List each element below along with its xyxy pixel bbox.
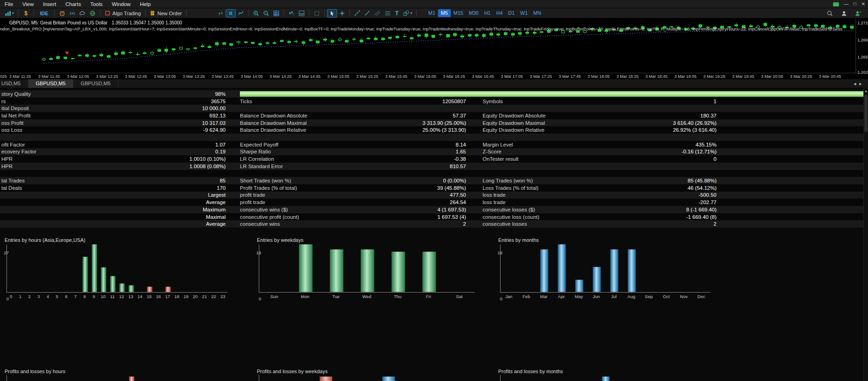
timeframe-m5[interactable]: M5: [438, 9, 450, 17]
horizontal-lines-button[interactable]: [383, 9, 393, 18]
menu-tools[interactable]: Tools: [86, 0, 107, 8]
menu-window[interactable]: Window: [107, 0, 135, 8]
indicator-window-button[interactable]: [297, 9, 307, 18]
tick-chart-button[interactable]: [236, 9, 246, 18]
toolbar: ▾ $ IDE Algo Trading New Order: [0, 8, 868, 18]
report-scrollbar[interactable]: ▲: [863, 88, 868, 381]
new-order-icon: [150, 10, 156, 16]
stat-label: Short Trades (won %): [240, 178, 291, 183]
timeframe-h1[interactable]: H1: [481, 9, 493, 17]
report-cell: Expected Payoff8.14: [240, 141, 466, 148]
divider: [100, 10, 100, 17]
menu-file[interactable]: File: [0, 0, 18, 8]
menu-insert[interactable]: Insert: [38, 0, 61, 8]
time-label: 3 Mar 14:45: [298, 74, 320, 79]
crosshair-button[interactable]: [337, 9, 347, 18]
stat-value: 8 (-1 669.40): [686, 207, 717, 212]
stat-value: -1 669.40 (8): [686, 214, 717, 220]
chart-tabs-bar: USD,M5GBPUSD,M5GBPUSD,M5 ◂ ▸: [0, 79, 868, 88]
divider: [416, 10, 417, 17]
stat-value: -500.50: [699, 192, 717, 198]
profits-losses-by-months-chart: Profits and losses by months 3000: [497, 369, 728, 381]
menu-charts[interactable]: Charts: [61, 0, 86, 8]
tab-next-button[interactable]: ▸: [859, 80, 862, 88]
stat-label: ecovery Factor: [1, 149, 36, 154]
report-row: tal Trades85Short Trades (won %)0 (0.00%…: [0, 177, 863, 184]
new-order-button[interactable]: New Order: [148, 9, 184, 18]
x-tick-label: 7: [71, 294, 80, 299]
search-button[interactable]: [825, 9, 835, 18]
grid-button[interactable]: [271, 9, 281, 18]
report-cell: HPR1.0010 (0.10%): [1, 155, 226, 163]
account-button[interactable]: [839, 9, 849, 18]
trendline-icon: [364, 10, 371, 17]
trade-arrows-button[interactable]: [216, 9, 226, 18]
timeframe-m15[interactable]: M15: [451, 9, 466, 17]
alerts-button[interactable]: [57, 9, 67, 18]
text-tool-button[interactable]: T: [393, 9, 401, 18]
partial-bar: [382, 376, 395, 381]
select-region-button[interactable]: [312, 9, 322, 18]
timeframe-mn[interactable]: MN: [530, 9, 544, 17]
stat-label: consecutive wins: [240, 221, 280, 227]
tab-prev-button[interactable]: ◂: [854, 80, 856, 88]
minimize-button[interactable]: —: [844, 0, 849, 8]
stat-label: LR Standard Error: [240, 164, 283, 169]
time-label: 3 Mar 13:25: [183, 74, 205, 79]
signals-button[interactable]: [67, 9, 77, 18]
stat-label: consecutive wins ($): [240, 207, 288, 212]
stat-label: ofit Factor: [1, 142, 25, 147]
report-cell: [240, 90, 466, 98]
new-chart-dropdown[interactable]: ▾: [3, 9, 16, 18]
chart-title: GBPUSD, M5: Great Britain Pound vs US Do…: [9, 20, 182, 25]
channel-button[interactable]: [373, 9, 383, 18]
maximize-button[interactable]: □: [854, 0, 856, 8]
bar-Jul: [610, 249, 618, 292]
trendline-points-button[interactable]: [352, 9, 362, 18]
divider: [324, 10, 325, 17]
shapes-dropdown[interactable]: ▾: [401, 9, 414, 18]
stat-label: Balance Drawdown Relative: [240, 127, 306, 133]
timeframe-m30[interactable]: M30: [466, 9, 481, 17]
menu-help[interactable]: Help: [135, 0, 156, 8]
zoom-out-button[interactable]: [261, 9, 271, 18]
menu-view[interactable]: View: [18, 0, 39, 8]
stat-value: 25.00% (3 313.90): [422, 127, 466, 133]
timeframe-w1[interactable]: W1: [518, 9, 531, 17]
report-row: Largestprofit trade477.50loss trade-500.…: [0, 192, 863, 199]
stat-label: Z-Score: [483, 149, 501, 154]
report-cell: Loss Trades (% of total)46 (54.12%): [483, 184, 717, 192]
time-axis[interactable]: 0253 Mar 11:253 Mar 11:453 Mar 12:053 Ma…: [0, 73, 868, 79]
community-user-button[interactable]: [853, 9, 863, 18]
ide-button[interactable]: IDE: [36, 9, 52, 18]
x-tick-label: Jul: [605, 294, 623, 299]
chart-title: Profits and losses by hours: [5, 369, 65, 374]
close-button[interactable]: ✕: [862, 0, 865, 8]
chart-title: Profits and losses by weekdays: [257, 369, 327, 374]
stat-label: itial Deposit: [1, 106, 29, 111]
report-row: Maximumconsecutive wins ($)4 (1 697.53)c…: [0, 206, 863, 213]
zoom-in-button[interactable]: [251, 9, 261, 18]
scroll-up-arrow[interactable]: ▲: [864, 89, 868, 93]
tab-3[interactable]: GBPUSD,M5: [73, 79, 118, 88]
market-watch-button[interactable]: $: [21, 9, 31, 18]
report-cell: tal Deals170: [1, 184, 226, 192]
indicators-button[interactable]: [286, 9, 297, 18]
timeframe-d1[interactable]: D1: [506, 9, 518, 17]
stat-value: 85 (45.88%): [687, 178, 717, 183]
report-cell: consecutive wins2: [240, 220, 466, 228]
trendline-button[interactable]: [362, 9, 373, 18]
pause-button[interactable]: [226, 9, 236, 18]
scrollbar-thumb[interactable]: [864, 95, 868, 132]
community-button[interactable]: [87, 9, 98, 18]
tab-2[interactable]: GBPUSD,M5: [29, 79, 74, 88]
price-scale[interactable]: 1.272601.269251.265901.26255: [856, 18, 868, 73]
timeframe-m1[interactable]: M1: [425, 9, 438, 17]
report-cell: Equity Drawdown Maximal3 616.40 (26.92%): [483, 119, 717, 127]
cloud-sync-button[interactable]: [77, 9, 87, 18]
timeframe-h4[interactable]: H4: [493, 9, 505, 17]
tab-1[interactable]: USD,M5: [0, 79, 29, 88]
cursor-button[interactable]: [327, 9, 337, 18]
algo-trading-button[interactable]: Algo Trading: [103, 9, 143, 18]
report-row: [0, 134, 863, 141]
